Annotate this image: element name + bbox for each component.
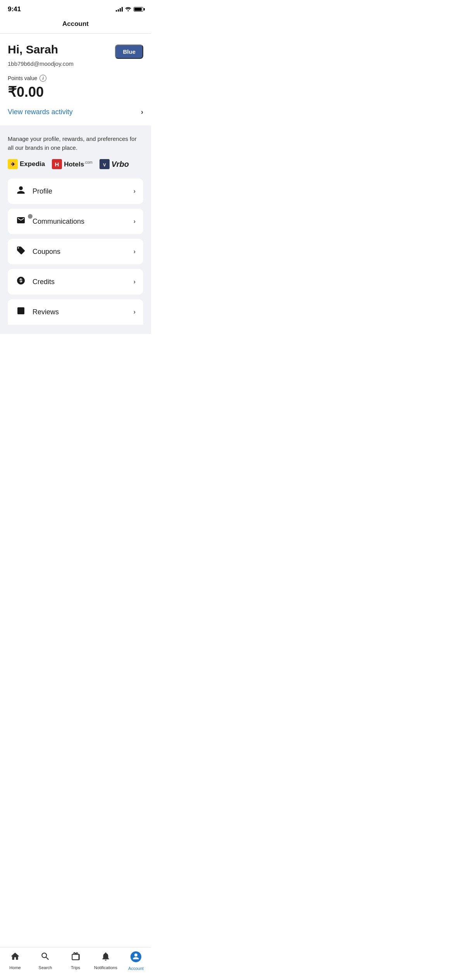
expedia-icon: ✈ [8,159,18,169]
svg-text:V: V [103,163,106,167]
communications-chevron-icon: › [134,218,136,225]
hotels-icon: H [52,159,62,169]
points-value: ₹0.00 [8,84,143,100]
hotels-label: Hotels.com [64,160,93,168]
svg-text:✈: ✈ [11,161,15,167]
wifi-icon [125,6,131,12]
bookmark-icon [15,306,26,318]
main-content: Hi, Sarah Blue 1bb79b6d@moodjoy.com Poin… [0,34,151,373]
info-icon[interactable]: i [39,75,46,82]
coupons-menu-left: Coupons [15,246,60,257]
vrbo-label: Vrbo [112,160,129,169]
points-label-text: Points value [8,75,37,81]
brands-description: Manage your profile, rewards, and prefer… [8,135,143,152]
coupons-label: Coupons [33,248,60,256]
svg-text:H: H [55,161,59,168]
status-icons [116,6,143,12]
svg-rect-6 [17,307,24,314]
coupons-chevron-icon: › [134,248,136,255]
credits-chevron-icon: › [134,278,136,285]
account-email: 1bb79b6d@moodjoy.com [8,60,143,67]
credits-label: Credits [33,278,55,286]
brands-row: ✈ Expedia H Hotels.com [8,159,143,169]
communications-menu-left: Communications [15,216,84,227]
expedia-brand: ✈ Expedia [8,159,45,169]
profile-label: Profile [33,187,52,195]
account-greeting: Hi, Sarah [8,43,58,56]
reviews-label: Reviews [33,308,59,316]
reviews-menu-left: Reviews [15,306,59,318]
reviews-chevron-icon: › [134,308,136,315]
vrbo-brand: V Vrbo [100,159,129,169]
coupons-menu-item[interactable]: Coupons › [8,239,143,264]
rewards-chevron-icon: › [141,108,143,116]
person-icon [15,185,26,197]
expedia-label: Expedia [20,160,45,168]
page-header: Account [0,16,151,34]
vrbo-icon: V [100,159,110,169]
account-info-section: Hi, Sarah Blue 1bb79b6d@moodjoy.com Poin… [0,34,151,125]
communications-label: Communications [33,218,84,226]
status-time: 9:41 [8,5,21,13]
account-name-row: Hi, Sarah Blue [8,43,143,59]
credits-menu-item[interactable]: Credits › [8,269,143,295]
notification-dot [28,214,33,219]
communications-menu-item[interactable]: Communications › [8,209,143,234]
tag-icon [15,246,26,257]
status-bar: 9:41 [0,0,151,16]
reviews-menu-item[interactable]: Reviews › [8,299,143,325]
tier-badge[interactable]: Blue [115,45,143,59]
signal-icon [116,7,123,12]
rewards-link[interactable]: View rewards activity › [8,108,143,118]
mail-icon [15,216,26,227]
gray-section: Manage your profile, rewards, and prefer… [0,125,151,334]
rewards-link-text: View rewards activity [8,108,73,116]
profile-menu-item[interactable]: Profile › [8,178,143,204]
dollar-circle-icon [15,276,26,288]
battery-icon [134,7,143,12]
page-title: Account [62,20,89,27]
points-label: Points value i [8,75,143,82]
profile-menu-left: Profile [15,185,52,197]
credits-menu-left: Credits [15,276,55,288]
hotels-brand: H Hotels.com [52,159,93,169]
profile-chevron-icon: › [134,188,136,195]
